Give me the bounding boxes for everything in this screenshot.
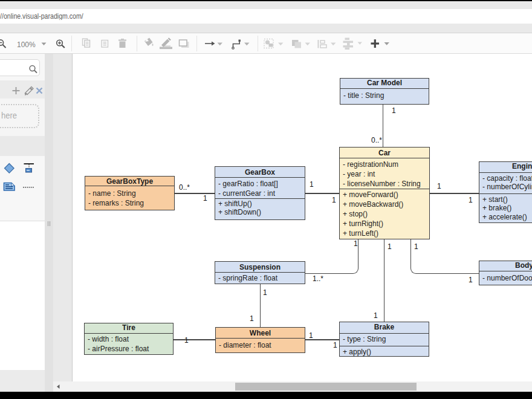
svg-text:100%: 100% (17, 40, 36, 49)
